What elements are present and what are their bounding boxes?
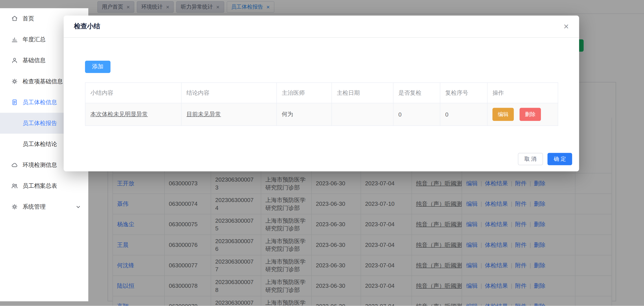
col-attending-doctor: 主治医师 [277,83,332,103]
delete-button[interactable]: 删除 [520,108,541,121]
sidebar-item-label: 员工体检报告 [23,120,57,127]
col-recheck: 是否复检 [393,83,440,103]
actions-cell: 编辑删除 [488,103,558,126]
cancel-button[interactable]: 取 消 [518,153,543,165]
summary-content-link[interactable]: 本次体检未见明显异常 [90,111,148,117]
app: 用户首页 × 环境统计 × 听力异常统计 × 员工体检报告 × [0,0,644,306]
col-recheck-no: 复检序号 [440,83,487,103]
sidebar-item-label: 基础信息 [23,57,46,64]
close-icon[interactable]: × [564,22,569,31]
col-check-date: 主检日期 [332,83,393,103]
check-summary-dialog: 检查小结 × 添加 小结内容 结论内容 主治医师 主检日期 是否复检 复检序号 [64,16,579,171]
summary-table: 小结内容 结论内容 主治医师 主检日期 是否复检 复检序号 操作 本次体检未见明… [85,82,558,126]
col-summary-content: 小结内容 [85,83,181,103]
chevron-down-icon [75,203,82,210]
dialog-footer: 取 消 确 定 [518,153,572,165]
user-icon [11,57,18,64]
recheck-cell: 0 [393,103,440,126]
col-conclusion-content: 结论内容 [181,83,277,103]
dialog-title: 检查小结 [74,22,100,31]
check-date-cell [332,103,393,126]
sidebar-item-label: 环境检测信息 [23,161,57,169]
add-button[interactable]: 添加 [85,61,110,73]
confirm-button[interactable]: 确 定 [548,153,572,165]
sidebar-item-employee-archive[interactable]: 员工档案总表 [0,175,88,196]
users-icon [11,182,18,189]
gear-icon [11,203,18,210]
cloud-icon [11,161,18,169]
sidebar-item-label: 检查项基础信息 [23,78,63,85]
sidebar-item-label: 年度汇总 [23,36,46,43]
chart-icon [11,36,18,43]
sidebar-item-label: 首页 [23,15,34,22]
document-icon [11,99,18,106]
doctor-cell: 何为 [277,103,332,126]
sidebar-item-system-management[interactable]: 系统管理 [0,196,88,217]
sidebar-item-label: 系统管理 [23,203,46,211]
summary-table-row: 本次体检未见明显异常 目前未见异常 何为 0 0 编辑删除 [85,103,558,126]
gear-icon [11,78,18,85]
home-icon [11,15,18,22]
dialog-body: 添加 小结内容 结论内容 主治医师 主检日期 是否复检 复检序号 操作 [64,38,579,126]
summary-table-header-row: 小结内容 结论内容 主治医师 主检日期 是否复检 复检序号 操作 [85,83,558,103]
recheck-no-cell: 0 [440,103,487,126]
sidebar-item-label: 员工体检结论 [23,141,57,148]
dialog-header: 检查小结 × [64,16,579,38]
sidebar-item-label: 员工档案总表 [23,182,57,190]
edit-button[interactable]: 编辑 [492,108,514,121]
conclusion-content-link[interactable]: 目前未见异常 [186,111,221,117]
col-actions: 操作 [488,83,558,103]
sidebar-item-label: 员工体检信息 [23,99,57,106]
